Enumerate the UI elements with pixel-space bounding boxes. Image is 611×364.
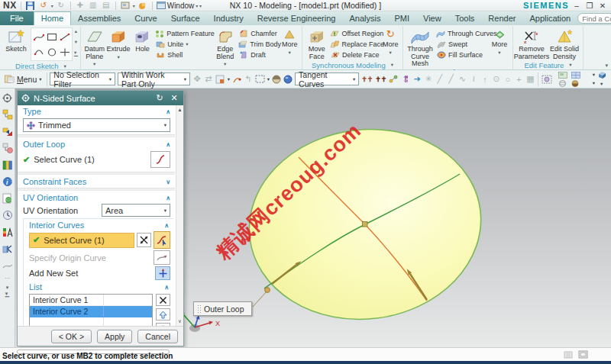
pattern-feature-button[interactable]: Pattern Feature: [155, 28, 212, 39]
touch-mode-icon[interactable]: [137, 1, 148, 11]
part-navigator-icon[interactable]: [1, 140, 15, 156]
reuse-library-icon[interactable]: [1, 156, 15, 173]
scroll-down-icon[interactable]: ∨: [178, 318, 182, 324]
extrude-button[interactable]: Extrude ▾: [106, 26, 130, 60]
dialog-title-bar[interactable]: N-Sided Surface ↻ ✕: [18, 91, 183, 105]
tab-surface[interactable]: Surface: [164, 11, 207, 25]
shell-button[interactable]: Shell: [155, 50, 212, 60]
add-new-set-button[interactable]: [155, 266, 170, 280]
apply-button[interactable]: Apply: [97, 330, 132, 343]
offset-region-button[interactable]: Offset Region: [330, 28, 379, 39]
draft-button[interactable]: Draft: [238, 50, 278, 60]
unite-button[interactable]: Unite▾: [155, 39, 212, 50]
interior-select-curve-row[interactable]: ✔ Select Curve (1): [29, 233, 134, 248]
arc-icon[interactable]: [32, 44, 45, 60]
palette-more-icon[interactable]: ▾▔: [74, 50, 78, 62]
interior-curves-list[interactable]: Interior Curve 1 Interior Curve 2: [29, 294, 153, 326]
magnify-icon[interactable]: ↰: [244, 73, 253, 85]
line-icon[interactable]: [58, 29, 71, 44]
circle-icon[interactable]: [45, 44, 58, 60]
select-all-icon[interactable]: ✥: [192, 73, 202, 85]
deselect-icon[interactable]: ⇄: [204, 73, 213, 85]
tab-home[interactable]: Home: [34, 11, 71, 25]
minimize-button[interactable]: –: [571, 2, 582, 10]
undo-caret-icon[interactable]: ▾: [51, 3, 53, 8]
fill-surface-button[interactable]: Fill Surface: [436, 50, 488, 60]
curve-select-active-button[interactable]: [154, 231, 170, 249]
tab-application[interactable]: Application: [522, 11, 577, 25]
snap-point-icon[interactable]: [232, 73, 241, 85]
undo-icon[interactable]: ↺: [38, 1, 49, 11]
ribbon-overflow-caret-icon[interactable]: ▾: [605, 63, 608, 69]
resource-drag-handle[interactable]: ⋯: [1, 274, 15, 283]
asterisk-icon[interactable]: ✳: [424, 73, 433, 85]
shaded-wireframe-icon[interactable]: [272, 73, 281, 85]
tab-reverse-engineering[interactable]: Reverse Engineering: [251, 11, 343, 25]
save-icon[interactable]: [25, 1, 36, 11]
list-item[interactable]: Interior Curve 1: [30, 295, 152, 306]
shaded-view-icon[interactable]: [597, 71, 606, 79]
sheet-edges-icon[interactable]: ○: [503, 73, 512, 85]
dialog-reset-icon[interactable]: ↻: [154, 93, 165, 103]
redo-icon[interactable]: ↻: [56, 1, 66, 11]
remove-parameters-button[interactable]: xx Remove Parameters: [515, 26, 548, 60]
dialog-scrollbar[interactable]: ▲ ∨: [176, 105, 183, 326]
vertex-icon[interactable]: ↑: [480, 73, 490, 85]
collapse-icon[interactable]: ∧: [164, 222, 169, 229]
connected-curves-icon[interactable]: ╱: [447, 73, 456, 85]
assembly-navigator-icon[interactable]: [1, 106, 15, 123]
spline-handle-icon[interactable]: [1, 257, 15, 274]
palette-up-icon[interactable]: ▴: [75, 28, 77, 34]
tab-tools[interactable]: Tools: [448, 11, 482, 25]
constraint-navigator-icon[interactable]: [1, 123, 15, 140]
tab-industry[interactable]: Industry: [207, 11, 251, 25]
point-icon[interactable]: [58, 44, 71, 60]
section-constraint-faces[interactable]: Constraint Faces∨: [18, 176, 175, 187]
view-more-caret-icon[interactable]: ▾: [600, 79, 603, 87]
view-orient-icon[interactable]: [120, 1, 131, 11]
menu-button[interactable]: Menu▾: [3, 75, 44, 84]
swap-direction-button[interactable]: [137, 233, 151, 247]
follow-fillet-icon[interactable]: ✝✝: [375, 73, 386, 85]
highlight-related-icon[interactable]: [215, 73, 225, 85]
face-edges-icon[interactable]: ⊙: [492, 73, 501, 85]
delete-face-button[interactable]: Delete Face: [330, 50, 379, 60]
restore-button[interactable]: ❐: [584, 2, 595, 10]
curve-rule-combo[interactable]: Tangent Curves▾: [295, 72, 359, 85]
web-browser-icon[interactable]: [1, 190, 15, 207]
dialog-close-icon[interactable]: ✕: [169, 93, 179, 103]
hd3d-tools-icon[interactable]: i: [1, 173, 15, 190]
group-dialog-launcher-icon[interactable]: ▾: [569, 62, 571, 68]
collapse-icon[interactable]: ∧: [166, 195, 170, 201]
tab-curve[interactable]: Curve: [128, 11, 163, 25]
paste-icon[interactable]: ▤: [101, 1, 112, 11]
replace-face-button[interactable]: Replace Face: [330, 39, 379, 50]
group-dialog-launcher-icon[interactable]: ▾: [391, 62, 393, 68]
selection-scope-combo[interactable]: Within Work Part Only▾: [118, 72, 190, 85]
through-curve-mesh-button[interactable]: Through Curve Mesh: [405, 26, 435, 68]
wireframe-view-icon[interactable]: [558, 80, 567, 87]
cut-icon[interactable]: ✚: [75, 1, 86, 11]
collapse-icon[interactable]: ∧: [166, 108, 170, 115]
single-curve-icon[interactable]: ╱: [435, 73, 445, 85]
status-window-icon[interactable]: [578, 350, 588, 359]
status-grid-icon[interactable]: [564, 350, 574, 359]
collapse-icon[interactable]: ∧: [164, 284, 169, 291]
tab-pmi[interactable]: PMI: [387, 11, 416, 25]
expand-icon[interactable]: ∨: [166, 179, 170, 185]
section-list[interactable]: List∧: [26, 281, 173, 292]
swept-button[interactable]: Swept: [436, 39, 488, 50]
scroll-up-icon[interactable]: ▲: [177, 107, 182, 112]
selection-filter-combo[interactable]: No Selection Filter▾: [50, 72, 115, 85]
tab-file[interactable]: File: [0, 11, 34, 25]
group-dialog-launcher-icon[interactable]: ▾: [64, 63, 66, 69]
move-face-button[interactable]: Move Face: [304, 26, 329, 60]
history-icon[interactable]: [1, 207, 15, 224]
roles-gear-icon[interactable]: [1, 89, 15, 106]
curve-chain-icon[interactable]: [389, 73, 399, 85]
work-part-icon[interactable]: [283, 73, 293, 85]
move-down-button[interactable]: [156, 323, 170, 326]
cancel-button[interactable]: Cancel: [137, 330, 178, 343]
window-layout-icon[interactable]: [571, 72, 580, 79]
copy-icon[interactable]: ▥: [88, 1, 99, 11]
